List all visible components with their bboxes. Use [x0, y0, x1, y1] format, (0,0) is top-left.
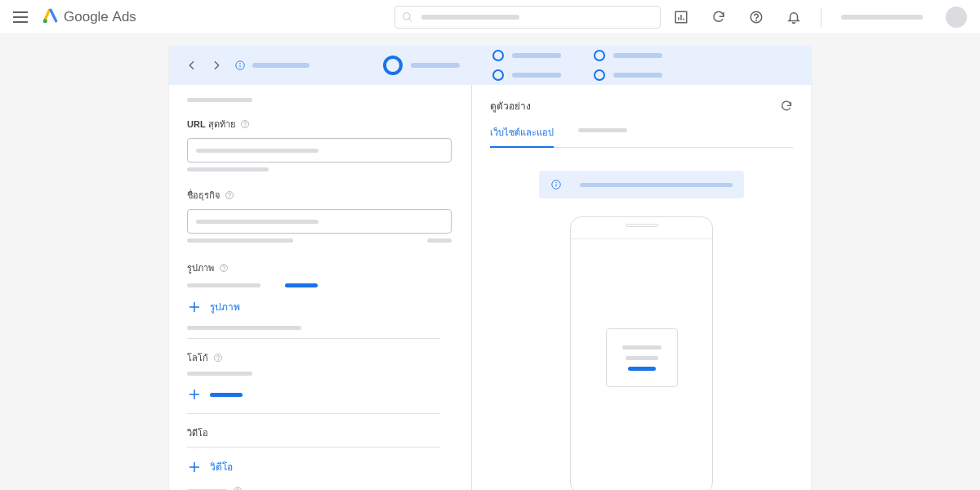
svg-point-15	[229, 197, 230, 198]
step-4[interactable]	[594, 50, 662, 61]
card-cta	[628, 367, 656, 371]
step-current[interactable]	[383, 56, 460, 75]
preview-tabs: เว็บไซต์และแอป	[490, 125, 793, 148]
helper-text	[187, 238, 293, 243]
app-header: Google Ads	[0, 0, 980, 34]
content: URL สุดท้าย ชื่อธุรกิจ รูปภาพ	[169, 85, 811, 490]
avatar[interactable]	[946, 7, 967, 28]
form-column: URL สุดท้าย ชื่อธุรกิจ รูปภาพ	[169, 85, 471, 490]
step-label	[613, 53, 662, 58]
svg-point-0	[43, 19, 47, 23]
phone-preview	[570, 216, 713, 490]
images-label: รูปภาพ	[187, 261, 453, 275]
plus-icon	[187, 300, 202, 314]
header-actions	[674, 7, 967, 28]
logo-text: Google Ads	[64, 9, 136, 25]
phone-ad-card	[606, 328, 678, 387]
svg-point-21	[218, 359, 219, 360]
svg-point-12	[241, 121, 248, 128]
link[interactable]	[285, 283, 318, 287]
final-url-input[interactable]	[187, 138, 452, 163]
account-label	[841, 15, 923, 20]
info-icon	[234, 60, 246, 71]
help-icon[interactable]	[213, 353, 223, 363]
stepper-bar	[169, 46, 811, 85]
plus-icon	[187, 460, 202, 474]
business-name-input[interactable]	[187, 209, 452, 234]
step-circle-icon	[594, 50, 605, 61]
step-3[interactable]	[492, 69, 561, 81]
step-circle-icon	[383, 56, 403, 75]
stepper-title	[252, 63, 310, 68]
business-name-label: ชื่อธุรกิจ	[187, 188, 453, 203]
help-icon[interactable]	[240, 119, 250, 129]
svg-point-16	[220, 265, 228, 272]
card-line	[622, 345, 662, 350]
phone-statusbar	[571, 238, 712, 239]
logo-mark-icon	[42, 7, 59, 27]
step-2[interactable]	[492, 50, 561, 61]
svg-point-8	[756, 20, 757, 20]
search-wrap	[394, 6, 661, 29]
back-button[interactable]	[185, 59, 198, 72]
preview-column: ดูตัวอย่าง เว็บไซต์และแอป	[471, 85, 811, 490]
add-videos-button[interactable]: วิดีโอ	[187, 459, 453, 474]
logo: Google Ads	[42, 7, 136, 27]
search-placeholder	[421, 15, 519, 20]
info-icon	[550, 179, 562, 190]
add-logos-button[interactable]	[187, 387, 453, 402]
step-5[interactable]	[594, 69, 662, 81]
help-icon[interactable]	[219, 263, 229, 273]
final-url-label: URL สุดท้าย	[187, 117, 453, 131]
svg-point-11	[240, 63, 241, 64]
step-circle-icon	[492, 50, 504, 61]
svg-point-17	[224, 270, 225, 270]
help-icon[interactable]	[233, 486, 243, 490]
tab-websites-apps[interactable]: เว็บไซต์และแอป	[490, 125, 554, 148]
svg-point-14	[226, 192, 234, 199]
banner-text	[580, 183, 733, 187]
placeholder-text	[187, 283, 261, 287]
step-label	[411, 63, 460, 68]
svg-point-33	[556, 182, 557, 183]
svg-point-20	[215, 354, 222, 362]
step-label	[512, 53, 561, 58]
campaign-panel: URL สุดท้าย ชื่อธุรกิจ รูปภาพ	[169, 46, 811, 490]
helper-text	[187, 326, 301, 330]
hamburger-menu-icon[interactable]	[13, 11, 28, 23]
svg-line-2	[409, 18, 412, 21]
reports-icon[interactable]	[674, 10, 688, 24]
help-icon[interactable]	[225, 190, 234, 200]
help-icon[interactable]	[749, 10, 764, 24]
card-line	[626, 356, 658, 360]
add-logos-label	[210, 393, 243, 397]
step-circle-icon	[492, 69, 504, 81]
refresh-icon[interactable]	[711, 10, 726, 24]
svg-point-1	[403, 12, 410, 19]
phone-notch	[626, 224, 658, 227]
tab-placeholder[interactable]	[578, 128, 627, 132]
steps	[383, 50, 662, 81]
add-images-button[interactable]: รูปภาพ	[187, 299, 453, 314]
placeholder-text	[187, 372, 252, 376]
info-banner	[539, 171, 744, 198]
field-label	[187, 486, 453, 490]
divider	[821, 7, 822, 27]
refresh-preview-icon[interactable]	[780, 100, 793, 113]
step-label	[512, 73, 561, 78]
char-count	[427, 238, 452, 243]
plus-icon	[187, 387, 202, 402]
step-circle-icon	[594, 69, 605, 81]
preview-title: ดูตัวอย่าง	[490, 98, 531, 114]
notifications-icon[interactable]	[786, 10, 801, 24]
step-label	[613, 73, 662, 78]
logos-label: โลโก้	[187, 350, 453, 365]
separator	[187, 447, 440, 448]
videos-label: วิดีโอ	[187, 425, 453, 440]
separator	[187, 413, 440, 414]
forward-button[interactable]	[210, 59, 223, 72]
section-heading	[187, 98, 252, 102]
separator	[187, 338, 440, 339]
search-input[interactable]	[394, 6, 661, 29]
search-icon	[402, 11, 413, 23]
